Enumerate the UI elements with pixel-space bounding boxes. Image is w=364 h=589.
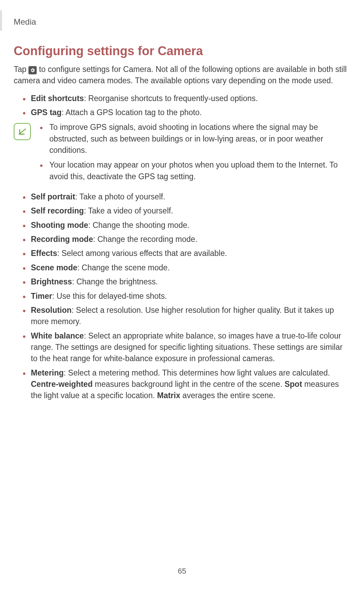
- metering-b2: Spot: [284, 380, 302, 389]
- intro-paragraph: Tap to configure settings for Camera. No…: [14, 64, 350, 87]
- note-block: To improve GPS signals, avoid shooting i…: [14, 122, 350, 186]
- setting-desc: : Attach a GPS location tag to the photo…: [61, 108, 202, 117]
- setting-term: Scene mode: [31, 263, 77, 272]
- note-item: Your location may appear on your photos …: [40, 159, 350, 182]
- setting-desc: : Use this for delayed-time shots.: [52, 292, 167, 300]
- setting-term: Metering: [31, 368, 64, 377]
- settings-list-1: Edit shortcuts: Reorganise shortcuts to …: [14, 93, 350, 119]
- section-header: Media: [14, 17, 350, 27]
- setting-item: Brightness: Change the brightness.: [23, 276, 350, 287]
- setting-term: Timer: [31, 292, 52, 300]
- setting-item: Self portrait: Take a photo of yourself.: [23, 191, 350, 203]
- setting-term: GPS tag: [31, 108, 61, 117]
- page-tab-mark: [0, 10, 2, 31]
- setting-item: Scene mode: Change the scene mode.: [23, 262, 350, 273]
- metering-t1: measures background light in the centre …: [93, 380, 284, 389]
- setting-item: Effects: Select among various effects th…: [23, 248, 350, 259]
- setting-item: Shooting mode: Change the shooting mode.: [23, 220, 350, 231]
- setting-desc: : Select a resolution. Use higher resolu…: [31, 306, 334, 326]
- setting-desc: : Change the shooting mode.: [88, 221, 189, 230]
- settings-list-2: Self portrait: Take a photo of yourself.…: [14, 191, 350, 402]
- note-icon: [14, 123, 31, 140]
- setting-term: Recording mode: [31, 235, 93, 244]
- setting-desc: : Reorganise shortcuts to frequently-use…: [84, 94, 258, 103]
- setting-desc: : Change the scene mode.: [77, 263, 170, 272]
- setting-desc: : Select among various effects that are …: [57, 249, 227, 258]
- intro-post: to configure settings for Camera. Not al…: [14, 65, 347, 85]
- setting-term: Edit shortcuts: [31, 94, 84, 103]
- setting-desc: : Take a photo of yourself.: [75, 192, 165, 201]
- metering-lead: : Select a metering method. This determi…: [64, 368, 330, 377]
- metering-b1: Centre-weighted: [31, 380, 93, 389]
- page-number: 65: [0, 567, 364, 576]
- setting-item-metering: Metering: Select a metering method. This…: [23, 367, 350, 402]
- setting-item: Recording mode: Change the recording mod…: [23, 234, 350, 245]
- setting-item: Edit shortcuts: Reorganise shortcuts to …: [23, 93, 350, 104]
- setting-item: Timer: Use this for delayed-time shots.: [23, 291, 350, 302]
- setting-term: Effects: [31, 249, 57, 258]
- setting-item: Resolution: Select a resolution. Use hig…: [23, 305, 350, 328]
- setting-item: GPS tag: Attach a GPS location tag to th…: [23, 107, 350, 118]
- setting-term: Self portrait: [31, 192, 75, 201]
- setting-term: Brightness: [31, 277, 72, 286]
- setting-term: White balance: [31, 331, 84, 340]
- setting-item: White balance: Select an appropriate whi…: [23, 330, 350, 365]
- setting-desc: : Change the recording mode.: [93, 235, 197, 244]
- setting-term: Resolution: [31, 306, 72, 315]
- setting-desc: : Take a video of yourself.: [84, 206, 173, 215]
- setting-desc: : Change the brightness.: [72, 277, 158, 286]
- note-list: To improve GPS signals, avoid shooting i…: [33, 122, 350, 186]
- setting-item: Self recording: Take a video of yourself…: [23, 205, 350, 217]
- intro-pre: Tap: [14, 65, 28, 74]
- gear-icon: [28, 66, 37, 74]
- metering-b3: Matrix: [157, 391, 180, 400]
- metering-t3: averages the entire scene.: [180, 391, 275, 400]
- page-title: Configuring settings for Camera: [14, 44, 350, 58]
- note-item: To improve GPS signals, avoid shooting i…: [40, 122, 350, 156]
- setting-term: Self recording: [31, 206, 84, 215]
- setting-term: Shooting mode: [31, 221, 88, 230]
